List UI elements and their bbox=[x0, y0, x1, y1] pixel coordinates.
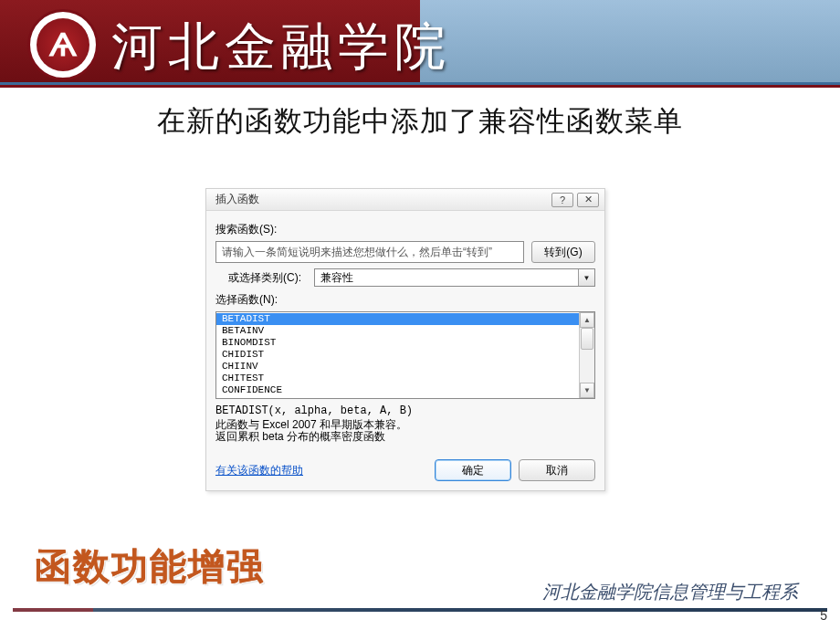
dialog-footer: 有关该函数的帮助 确定 取消 bbox=[215, 459, 595, 481]
scrollbar[interactable]: ▲ ▼ bbox=[579, 312, 594, 398]
category-value: 兼容性 bbox=[315, 270, 578, 286]
function-desc-2: 返回累积 beta 分布的概率密度函数 bbox=[215, 431, 595, 443]
page-number: 5 bbox=[820, 608, 827, 623]
list-item[interactable]: CHIINV bbox=[216, 361, 594, 373]
ok-button[interactable]: 确定 bbox=[435, 459, 511, 481]
slide-headline: 在新的函数功能中添加了兼容性函数菜单 bbox=[0, 102, 840, 141]
scroll-up-icon[interactable]: ▲ bbox=[580, 312, 594, 328]
scroll-down-icon[interactable]: ▼ bbox=[580, 383, 594, 398]
section-title: 函数功能增强 bbox=[35, 541, 265, 592]
function-list[interactable]: BETADIST BETAINV BINOMDIST CHIDIST CHIIN… bbox=[215, 311, 595, 399]
scroll-thumb[interactable] bbox=[581, 328, 593, 350]
dialog-title: 插入函数 bbox=[215, 192, 259, 207]
search-label: 搜索函数(S): bbox=[215, 222, 595, 237]
school-name: 河北金融学院 bbox=[111, 13, 451, 82]
dialog-body: 搜索函数(S): 请输入一条简短说明来描述您想做什么，然后单击“转到” 转到(G… bbox=[206, 211, 604, 490]
select-function-label: 选择函数(N): bbox=[215, 292, 595, 308]
function-signature: BETADIST(x, alpha, beta, A, B) bbox=[215, 404, 595, 417]
emblem-glyph: Ѧ bbox=[37, 18, 89, 71]
school-emblem: Ѧ bbox=[27, 9, 99, 80]
category-label: 或选择类别(C): bbox=[228, 270, 301, 286]
titlebar-help-button[interactable]: ? bbox=[551, 193, 573, 207]
department-label: 河北金融学院信息管理与工程系 bbox=[542, 580, 798, 604]
list-item[interactable]: BETADIST bbox=[216, 313, 594, 325]
rule-accent bbox=[13, 608, 93, 612]
chevron-down-icon[interactable]: ▼ bbox=[578, 269, 594, 286]
banner: Ѧ 河北金融学院 bbox=[0, 0, 840, 88]
list-item[interactable]: BINOMDIST bbox=[216, 337, 594, 349]
rule-main bbox=[93, 608, 827, 612]
category-select[interactable]: 兼容性 ▼ bbox=[314, 268, 595, 287]
bottom-rule bbox=[13, 608, 827, 612]
list-item[interactable]: BETAINV bbox=[216, 325, 594, 337]
help-link[interactable]: 有关该函数的帮助 bbox=[215, 463, 303, 478]
search-placeholder: 请输入一条简短说明来描述您想做什么，然后单击“转到” bbox=[222, 245, 492, 260]
titlebar-close-button[interactable]: ✕ bbox=[577, 193, 599, 207]
dialog-titlebar: 插入函数 ? ✕ bbox=[206, 189, 604, 211]
list-item[interactable]: CHIDIST bbox=[216, 349, 594, 361]
insert-function-dialog: 插入函数 ? ✕ 搜索函数(S): 请输入一条简短说明来描述您想做什么，然后单击… bbox=[205, 188, 605, 491]
search-input[interactable]: 请输入一条简短说明来描述您想做什么，然后单击“转到” bbox=[215, 241, 524, 263]
go-button[interactable]: 转到(G) bbox=[531, 241, 595, 263]
cancel-button[interactable]: 取消 bbox=[519, 459, 595, 481]
list-item[interactable]: CONFIDENCE bbox=[216, 384, 594, 396]
list-item[interactable]: CHITEST bbox=[216, 373, 594, 384]
